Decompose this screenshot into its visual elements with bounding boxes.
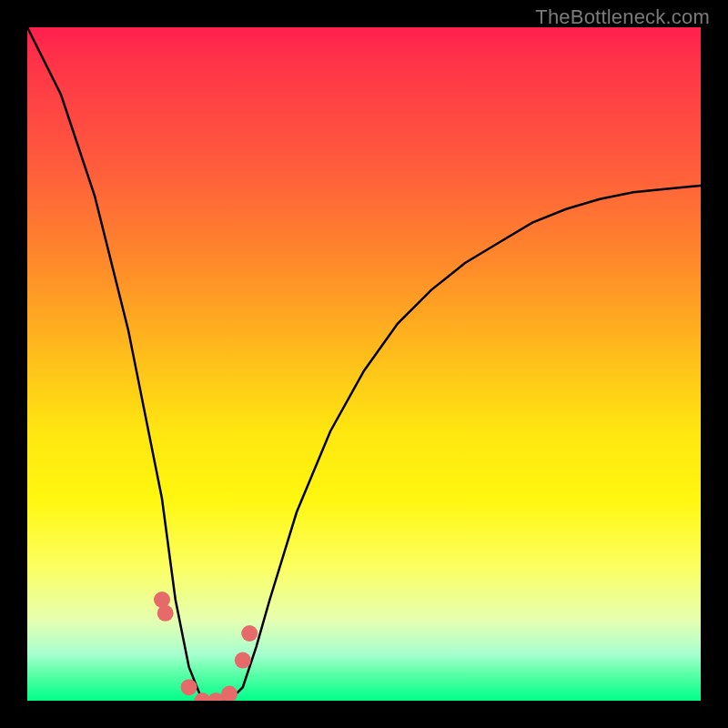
curve-layer <box>27 27 701 701</box>
watermark-text: TheBottleneck.com <box>535 5 710 29</box>
marker-group <box>154 592 258 701</box>
marker-point <box>181 679 197 695</box>
marker-point <box>241 625 258 642</box>
marker-point <box>235 652 251 669</box>
marker-point <box>221 686 238 701</box>
chart-frame: TheBottleneck.com <box>0 0 728 728</box>
marker-point <box>157 605 174 622</box>
plot-area <box>27 27 701 701</box>
bottleneck-curve <box>27 27 701 701</box>
